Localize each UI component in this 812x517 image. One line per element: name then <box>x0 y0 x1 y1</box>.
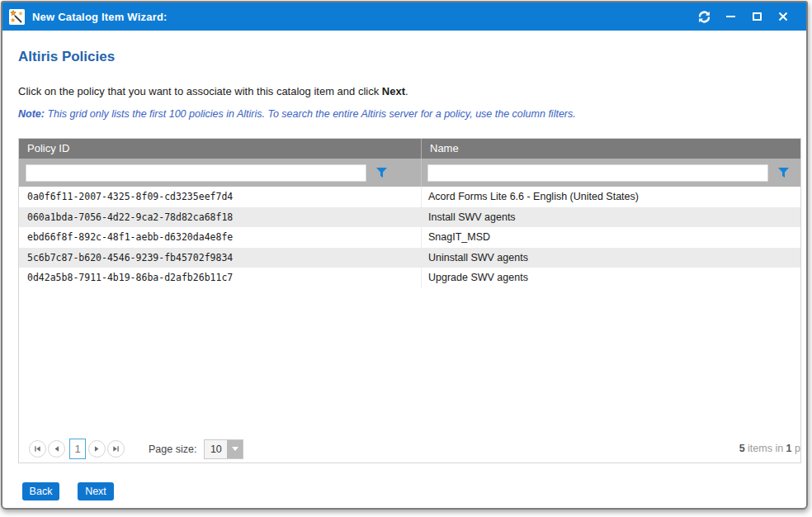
next-page-button[interactable] <box>88 440 106 458</box>
name-cell: Install SWV agents <box>422 207 800 228</box>
next-button[interactable]: Next <box>78 482 114 500</box>
filter-cell-policy-id <box>19 159 422 187</box>
column-header-policy-id[interactable]: Policy ID <box>19 139 422 159</box>
name-filter-input[interactable] <box>427 164 768 182</box>
policy-id-cell: 0a0f6f11-2007-4325-8f09-cd3235eef7d4 <box>19 187 422 207</box>
first-page-button[interactable] <box>29 440 46 458</box>
table-row[interactable]: 0d42a5b8-7911-4b19-86ba-d2afb26b11c7 Upg… <box>19 268 800 288</box>
name-cell: Uninstall SWV agents <box>422 248 800 268</box>
page-title: Altiris Policies <box>18 49 115 65</box>
close-icon[interactable] <box>777 10 790 23</box>
filter-cell-name <box>422 159 800 187</box>
page-size-label: Page size: <box>149 443 196 455</box>
last-page-button[interactable] <box>107 440 125 458</box>
grid-pager: 1 Page size: 10 5 items in 1 p <box>19 435 800 462</box>
policies-grid: Policy ID Name <box>18 138 801 463</box>
table-row[interactable]: ebd66f8f-892c-48f1-aebb-d6320da4e8fe Sna… <box>19 227 800 248</box>
note-text: Note: This grid only lists the first 100… <box>18 108 576 120</box>
page-size-dropdown[interactable]: 10 <box>204 439 243 459</box>
pager-info-mid: items in <box>745 443 786 454</box>
pages-count: 1 <box>786 443 792 454</box>
note-label: Note: <box>18 108 45 120</box>
back-button[interactable]: Back <box>22 482 59 500</box>
name-cell: SnagIT_MSD <box>422 227 800 248</box>
page-size-value: 10 <box>205 440 227 458</box>
policy-id-cell: 0d42a5b8-7911-4b19-86ba-d2afb26b11c7 <box>19 268 422 288</box>
name-cell: Upgrade SWV agents <box>422 268 800 288</box>
instruction-text: Click on the policy that you want to ass… <box>18 85 408 97</box>
window-title: New Catalog Item Wizard: <box>32 11 168 23</box>
policy-id-cell: 5c6b7c87-b620-4546-9239-fb45702f9834 <box>19 248 422 268</box>
chevron-down-icon <box>227 440 243 458</box>
previous-page-button[interactable] <box>48 440 65 458</box>
minimize-icon[interactable] <box>724 10 737 23</box>
funnel-icon <box>778 168 789 178</box>
titlebar: New Catalog Item Wizard: <box>2 2 806 31</box>
column-header-name[interactable]: Name <box>422 139 800 159</box>
name-cell: Acord Forms Lite 6.6 - English (United S… <box>422 187 800 207</box>
items-count: 5 <box>739 443 745 454</box>
screen: New Catalog Item Wizard: <box>0 0 812 517</box>
pager-info-tail: p <box>792 443 800 454</box>
policy-id-filter-input[interactable] <box>26 164 366 182</box>
window-controls <box>697 10 796 23</box>
policy-id-filter-button[interactable] <box>376 168 387 178</box>
maximize-icon[interactable] <box>750 10 763 23</box>
note-body: This grid only lists the first 100 polic… <box>45 108 576 120</box>
instruction-next-word: Next <box>382 85 405 97</box>
pager-info: 5 items in 1 p <box>739 435 800 462</box>
instruction-suffix: . <box>405 85 408 97</box>
funnel-icon <box>376 168 387 178</box>
table-row[interactable]: 060a1bda-7056-4d22-9ca2-78d82ca68f18 Ins… <box>19 207 800 228</box>
grid-header-row: Policy ID Name <box>19 139 800 159</box>
current-page-button[interactable]: 1 <box>69 439 86 459</box>
policy-id-cell: 060a1bda-7056-4d22-9ca2-78d82ca68f18 <box>19 207 422 228</box>
name-filter-button[interactable] <box>778 168 789 178</box>
grid-filter-row <box>19 159 800 187</box>
table-row[interactable]: 0a0f6f11-2007-4325-8f09-cd3235eef7d4 Aco… <box>19 187 800 207</box>
refresh-icon[interactable] <box>697 10 710 23</box>
table-row[interactable]: 5c6b7c87-b620-4546-9239-fb45702f9834 Uni… <box>19 248 800 268</box>
policy-id-cell: ebd66f8f-892c-48f1-aebb-d6320da4e8fe <box>19 227 422 248</box>
wizard-app-icon <box>9 9 25 25</box>
instruction-prefix: Click on the policy that you want to ass… <box>18 85 382 97</box>
wizard-window: New Catalog Item Wizard: <box>1 1 808 510</box>
